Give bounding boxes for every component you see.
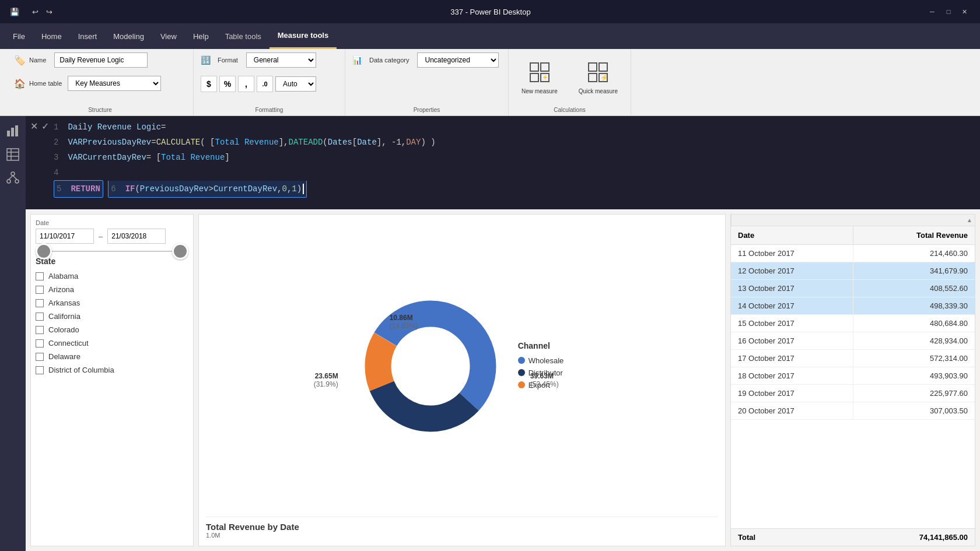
- menu-help[interactable]: Help: [185, 23, 217, 49]
- state-checkbox-dc[interactable]: [36, 366, 44, 374]
- table-row-oct15[interactable]: 15 October 2017 480,684.80: [731, 315, 975, 332]
- state-item-alabama[interactable]: Alabama: [36, 271, 188, 282]
- decimal-btn[interactable]: .0: [257, 76, 273, 92]
- ribbon-calculations-group: + New measure ⚡ Quick measure: [509, 49, 631, 115]
- calculations-group-label: Calculations: [509, 107, 631, 113]
- state-item-connecticut[interactable]: Connecticut: [36, 338, 188, 349]
- format-select[interactable]: General: [246, 52, 316, 68]
- comma-btn[interactable]: ,: [238, 76, 254, 92]
- titlebar: 💾 ↩ ↪ 337 - Power BI Desktop ─ □ ✕: [0, 0, 980, 23]
- data-category-select[interactable]: Uncategorized: [417, 52, 499, 68]
- state-checkbox-colorado[interactable]: [36, 326, 44, 334]
- minimize-button[interactable]: ─: [926, 6, 938, 17]
- donut-area: 23.65M (31.9%) 10.86M (14.65%) 39.63M (5…: [206, 222, 718, 512]
- rev-oct13: 408,552.60: [853, 280, 975, 297]
- table-row-oct19[interactable]: 19 October 2017 225,977.60: [731, 385, 975, 402]
- name-input[interactable]: [54, 52, 148, 68]
- date-oct20: 20 October 2017: [731, 402, 853, 419]
- formula-line-4: 4: [54, 165, 975, 180]
- table-row-oct14[interactable]: 14 October 2017 498,339.30: [731, 297, 975, 315]
- table-row-oct11[interactable]: 11 October 2017 214,460.30: [731, 245, 975, 262]
- svg-rect-12: [15, 125, 18, 136]
- state-checkbox-alabama[interactable]: [36, 272, 44, 280]
- svg-rect-10: [7, 131, 10, 136]
- currency-btn[interactable]: $: [201, 76, 217, 92]
- state-checkbox-california[interactable]: [36, 313, 44, 321]
- state-panel-title: State: [36, 257, 188, 266]
- rev-oct17: 572,314.00: [853, 350, 975, 367]
- revenue-y-label: 1.0M: [206, 532, 718, 539]
- table-row-oct16[interactable]: 16 October 2017 428,934.00: [731, 332, 975, 350]
- save-icon[interactable]: 💾: [9, 6, 20, 17]
- menu-home[interactable]: Home: [33, 23, 70, 49]
- state-checkbox-connecticut[interactable]: [36, 339, 44, 348]
- auto-select[interactable]: Auto: [275, 76, 316, 92]
- state-item-delaware[interactable]: Delaware: [36, 351, 188, 362]
- date-from-input[interactable]: [36, 229, 94, 244]
- state-item-california[interactable]: California: [36, 311, 188, 322]
- date-oct14: 14 October 2017: [731, 297, 853, 314]
- state-item-arkansas[interactable]: Arkansas: [36, 297, 188, 308]
- table-row-oct17[interactable]: 17 October 2017 572,314.00: [731, 350, 975, 367]
- state-label-arkansas: Arkansas: [48, 299, 80, 307]
- state-label-connecticut: Connecticut: [48, 339, 89, 348]
- maximize-button[interactable]: □: [943, 6, 954, 17]
- svg-point-18: [7, 180, 10, 183]
- revenue-table-panel: ▲ Date Total Revenue 11 October 2017 214…: [730, 214, 975, 546]
- menu-insert[interactable]: Insert: [70, 23, 106, 49]
- formula-cancel-btn[interactable]: ✕: [30, 121, 38, 132]
- table-scroll-up[interactable]: ▲: [731, 215, 975, 226]
- state-item-colorado[interactable]: Colorado: [36, 324, 188, 335]
- menu-file[interactable]: File: [5, 23, 33, 49]
- svg-text:⚡: ⚡: [600, 73, 608, 82]
- new-measure-button[interactable]: + New measure: [516, 58, 564, 98]
- state-label-dc: District of Columbia: [48, 366, 114, 374]
- close-button[interactable]: ✕: [959, 6, 971, 17]
- formula-accept-btn[interactable]: ✓: [41, 121, 49, 132]
- date-range-row: –: [36, 229, 188, 244]
- sidebar-model-icon[interactable]: [2, 167, 23, 188]
- table-row-oct18[interactable]: 18 October 2017 493,903.90: [731, 367, 975, 385]
- chart-panel: 23.65M (31.9%) 10.86M (14.65%) 39.63M (5…: [198, 214, 726, 546]
- slider-thumb-left[interactable]: [36, 243, 52, 259]
- redo-button[interactable]: ↪: [43, 6, 55, 17]
- menu-view[interactable]: View: [152, 23, 185, 49]
- svg-line-20: [9, 176, 13, 180]
- table-row-oct12[interactable]: 12 October 2017 341,679.90: [731, 262, 975, 280]
- tab-table-tools[interactable]: Table tools: [217, 23, 270, 49]
- table-row-oct13[interactable]: 13 October 2017 408,552.60: [731, 280, 975, 297]
- sidebar-chart-icon[interactable]: [2, 121, 23, 142]
- percent-btn[interactable]: %: [219, 76, 236, 92]
- svg-rect-1: [541, 63, 549, 71]
- formula-line-1: 1 Daily Revenue Logic =: [54, 120, 975, 135]
- sidebar-table-icon[interactable]: [2, 144, 23, 165]
- table-footer: Total 74,141,865.00: [731, 528, 975, 546]
- state-checkbox-arizona[interactable]: [36, 286, 44, 294]
- state-item-arizona[interactable]: Arizona: [36, 284, 188, 295]
- slider-thumb-right[interactable]: [172, 243, 188, 259]
- canvas-area: Date – State: [26, 209, 980, 551]
- date-slider[interactable]: [36, 251, 188, 252]
- ribbon-structure-group: 🏷️ Name 🏠 Home table Key Measures Struct…: [7, 49, 194, 115]
- date-oct11: 11 October 2017: [731, 245, 853, 262]
- svg-rect-11: [11, 128, 14, 136]
- undo-button[interactable]: ↩: [29, 6, 41, 17]
- formula-line-3: 3 VAR CurrentDayRev = [ Total Revenue ]: [54, 150, 975, 165]
- date-oct17: 17 October 2017: [731, 350, 853, 367]
- formula-bar: ✕ ✓ 1 Daily Revenue Logic = 2 VAR Previo…: [26, 116, 980, 209]
- legend-dot-wholesale: [518, 357, 525, 364]
- state-item-dc[interactable]: District of Columbia: [36, 364, 188, 375]
- state-label-colorado: Colorado: [48, 325, 79, 334]
- state-list: Alabama Arizona Arkansas California: [36, 271, 188, 375]
- quick-measure-button[interactable]: ⚡ Quick measure: [573, 58, 624, 98]
- menu-modeling[interactable]: Modeling: [105, 23, 152, 49]
- state-checkbox-arkansas[interactable]: [36, 299, 44, 307]
- state-checkbox-delaware[interactable]: [36, 353, 44, 361]
- format-label: Format: [218, 57, 238, 64]
- tab-measure-tools[interactable]: Measure tools: [270, 23, 337, 49]
- home-table-select[interactable]: Key Measures: [68, 76, 161, 91]
- table-row-oct20[interactable]: 20 October 2017 307,003.50: [731, 402, 975, 420]
- svg-rect-0: [530, 63, 538, 71]
- formula-editor[interactable]: 1 Daily Revenue Logic = 2 VAR PreviousDa…: [54, 118, 975, 198]
- date-to-input[interactable]: [107, 229, 166, 244]
